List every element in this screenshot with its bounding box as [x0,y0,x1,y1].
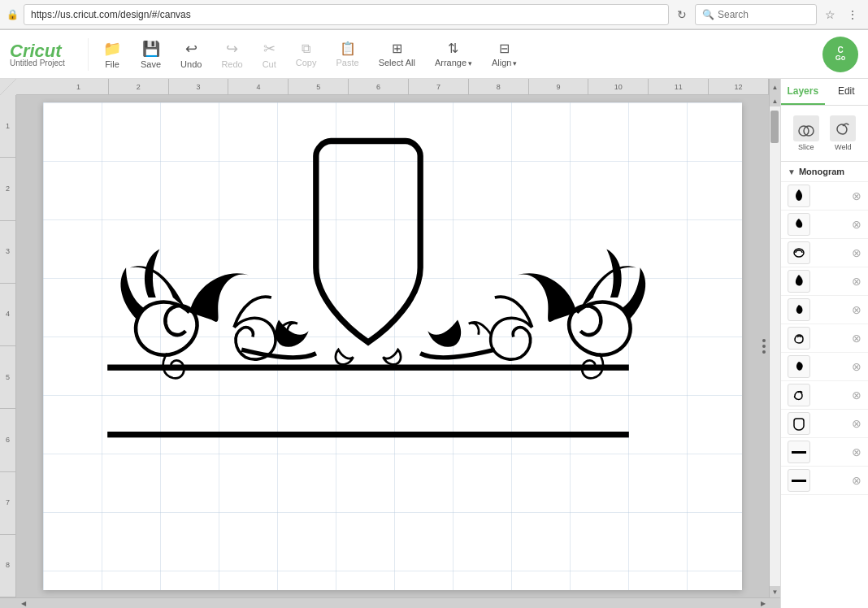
horizontal-ruler: 1 2 3 4 5 6 7 8 9 10 11 12 [16,79,769,95]
weld-tool[interactable]: Weld [827,112,859,154]
layer-close-1[interactable]: ⊗ [852,189,861,202]
dots-menu[interactable] [759,332,769,360]
copy-icon: ⧉ [302,41,310,56]
go-button[interactable]: C Go [822,37,858,72]
redo-icon: ↪ [226,40,238,58]
scroll-thumb[interactable] [770,111,779,143]
canvas-scroll-area[interactable] [16,95,769,597]
canvas [16,95,769,597]
layer-item-3: ⊗ [781,239,868,267]
layer-icon-8 [788,384,810,406]
panel-tabs: Layers Edit [781,79,868,106]
layer-item-5: ⊗ [781,296,868,324]
layer-close-11[interactable]: ⊗ [852,474,861,487]
file-button[interactable]: 📁 File [95,35,129,74]
layer-icon-1 [788,185,810,207]
undo-icon: ↩ [185,40,197,58]
lock-icon: 🔒 [7,9,19,20]
cut-icon: ✂ [263,40,276,58]
weld-icon [830,115,856,141]
scroll-down-button[interactable]: ▼ [770,586,780,597]
scroll-up-arrow[interactable]: ▲ [769,79,780,95]
scroll-up-button[interactable]: ▲ [770,95,780,106]
slice-icon [793,115,819,141]
layer-item-9: ⊗ [781,410,868,438]
align-icon: ⊟ [499,41,510,56]
menu-icon[interactable]: ⋮ [844,7,861,23]
slice-tool[interactable]: Slice [790,112,822,154]
layer-icon-7 [788,355,810,378]
align-button[interactable]: ⊟ Align▾ [484,36,525,72]
logo: Cricut Untitled Project [10,41,75,67]
search-bar[interactable]: 🔍 [695,4,817,25]
group-arrow-icon: ▼ [788,167,796,176]
layer-icon-2 [788,213,810,236]
horizontal-scrollbar-row: ◀ ▶ [0,597,780,608]
svg-rect-4 [107,432,629,437]
right-panel: Layers Edit Slice [780,79,868,608]
save-button[interactable]: 💾 Save [132,35,169,74]
cut-button[interactable]: ✂ Cut [254,35,284,74]
layer-icon-9 [788,412,810,435]
scroll-left-button[interactable]: ◀ [18,600,29,608]
vertical-ruler: 1 2 3 4 5 6 7 8 [0,95,16,597]
layer-close-4[interactable]: ⊗ [852,275,861,288]
group-title: Monogram [799,167,844,176]
layer-close-2[interactable]: ⊗ [852,218,861,231]
panel-group-monogram[interactable]: ▼ Monogram [781,162,868,182]
layer-item-4: ⊗ [781,267,868,296]
bookmark-icon[interactable]: ☆ [822,7,839,23]
layer-icon-10 [788,441,810,463]
scroll-right-button[interactable]: ▶ [757,600,769,608]
svg-rect-8 [792,480,806,482]
layer-icon-4 [788,270,810,293]
go-label: C Go [835,46,846,62]
search-input[interactable] [718,9,809,20]
search-icon: 🔍 [702,9,714,20]
layer-icon-5 [788,298,810,321]
arrange-button[interactable]: ⇅ Arrange▾ [427,36,480,72]
ruler-corner [0,79,16,95]
layer-close-10[interactable]: ⊗ [852,445,861,458]
refresh-button[interactable]: ↻ [674,7,690,23]
layer-close-5[interactable]: ⊗ [852,303,861,316]
cricut-logo-svg: Cricut [10,41,75,60]
vertical-scrollbar[interactable]: ▲ ▼ [769,95,780,597]
layer-close-8[interactable]: ⊗ [852,389,861,402]
panel-items: ⊗ ⊗ [781,182,868,608]
layer-close-7[interactable]: ⊗ [852,360,861,373]
svg-text:Cricut: Cricut [10,41,63,60]
svg-rect-7 [792,451,806,454]
project-title: Untitled Project [10,59,75,67]
redo-button[interactable]: ↪ Redo [213,35,250,74]
copy-button[interactable]: ⧉ Copy [288,37,325,72]
horizontal-scrollbar[interactable]: ◀ ▶ [16,598,769,608]
layer-icon-3 [788,241,810,264]
layer-item-2: ⊗ [781,211,868,239]
svg-rect-3 [107,365,629,371]
nav-separator-1 [88,38,89,71]
design-svg [43,119,693,476]
paste-button[interactable]: 📋 Paste [328,36,367,72]
panel-tools: Slice Weld [781,106,868,162]
tab-edit[interactable]: Edit [825,79,869,105]
tab-layers[interactable]: Layers [781,79,825,105]
paste-icon: 📋 [340,41,356,56]
layer-icon-6 [788,327,810,350]
url-bar[interactable]: https://us.cricut.com/design/#/canvas [24,4,669,25]
scroll-track[interactable] [770,106,780,586]
layer-item-7: ⊗ [781,353,868,381]
layer-close-6[interactable]: ⊗ [852,332,861,345]
ruler-corner-icon [0,79,16,95]
select-all-button[interactable]: ⊞ Select All [371,36,423,72]
layer-item-1: ⊗ [781,182,868,211]
undo-button[interactable]: ↩ Undo [172,35,210,74]
layer-close-9[interactable]: ⊗ [852,417,861,430]
select-all-icon: ⊞ [392,41,402,56]
layer-close-3[interactable]: ⊗ [852,246,861,259]
layer-icon-11 [788,469,810,492]
canvas-white [43,102,742,590]
layer-item-10: ⊗ [781,438,868,467]
save-icon: 💾 [142,40,160,58]
layer-item-6: ⊗ [781,324,868,353]
